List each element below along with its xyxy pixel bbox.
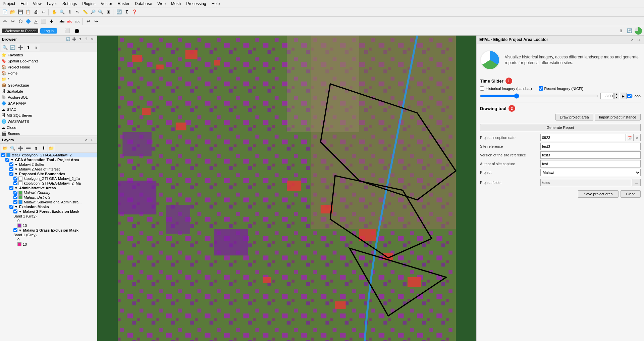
- loop-label[interactable]: Loop: [627, 94, 641, 98]
- menu-edit[interactable]: Edit: [18, 1, 30, 7]
- project-select[interactable]: Malawi: [540, 169, 641, 176]
- layer-districts-checkbox[interactable]: [13, 195, 17, 199]
- layer-area-of-interest[interactable]: ▼ Malawi 2 Area of Interest: [0, 167, 97, 172]
- browser-refresh2[interactable]: 🔄: [9, 44, 16, 51]
- layer-forest-0[interactable]: 0: [0, 218, 97, 223]
- browser-info[interactable]: ℹ: [32, 44, 40, 51]
- browser-item-saphana[interactable]: 🔷SAP HANA: [0, 100, 97, 106]
- browser-item-favorites[interactable]: ⭐Favorites: [0, 52, 97, 58]
- folder-input[interactable]: [540, 179, 631, 186]
- menu-web[interactable]: Web: [155, 1, 168, 7]
- menu-layer[interactable]: Layer: [44, 1, 60, 7]
- browser-filter[interactable]: 🔍: [1, 44, 9, 51]
- layer-proposed-checkbox[interactable]: [9, 172, 13, 176]
- redo-btn[interactable]: ↪: [92, 18, 100, 25]
- layer-grass-0[interactable]: 0: [0, 237, 97, 242]
- browser-add2[interactable]: ➕: [17, 44, 24, 51]
- slider-up[interactable]: ▲: [614, 93, 619, 96]
- refresh-btn[interactable]: 🔄: [115, 8, 123, 16]
- menu-vector[interactable]: Vector: [98, 1, 115, 7]
- browser-item-wmswmts[interactable]: 🌐WMS/WMTS: [0, 118, 97, 125]
- open-project-btn[interactable]: 📂: [9, 8, 16, 16]
- edit-tool4[interactable]: 🔷: [24, 18, 32, 25]
- generate-report-btn[interactable]: Generate Report: [480, 124, 641, 131]
- author-input[interactable]: [540, 160, 641, 167]
- help-btn2[interactable]: ❓: [131, 8, 138, 16]
- edit-pencil-btn[interactable]: ✏: [1, 18, 9, 25]
- draw-project-area-btn[interactable]: Draw project area: [555, 114, 593, 120]
- layers-group-btn[interactable]: 📁: [48, 144, 55, 152]
- layer-exclusion-checkbox[interactable]: [9, 205, 13, 209]
- recent-imagery-checkbox[interactable]: [539, 86, 543, 91]
- browser-item-bookmarks[interactable]: 🔖Spatial Bookmarks: [0, 58, 97, 64]
- layer-ktpoly1[interactable]: ktpolygon_GTI-GEA-Malawi_2_□a: [0, 176, 97, 181]
- measure-btn[interactable]: 📏: [82, 8, 89, 16]
- label-tool[interactable]: abc: [58, 18, 66, 25]
- print-btn[interactable]: 🖨: [32, 8, 40, 16]
- label-tool2[interactable]: abc: [66, 18, 73, 25]
- inception-date-clear[interactable]: ✕: [633, 134, 641, 141]
- layer-forest-band[interactable]: Band 1 (Gray): [0, 214, 97, 218]
- edit-tool2[interactable]: ✂: [9, 18, 16, 25]
- planet-tool2[interactable]: ⬤: [73, 27, 80, 35]
- layers-maximize[interactable]: □: [90, 137, 95, 143]
- layer-malawi-country[interactable]: Malawi: Country: [0, 190, 97, 195]
- layer-malawi-buffer[interactable]: ▼ Malawi 2 Buffer: [0, 162, 97, 167]
- inception-date-input[interactable]: [540, 134, 626, 141]
- layers-filter-btn[interactable]: 🔍: [9, 144, 16, 152]
- menu-mesh[interactable]: Mesh: [168, 1, 183, 7]
- layer-grass-band[interactable]: Band 1 (Gray): [0, 233, 97, 237]
- identify-btn[interactable]: ℹ: [66, 8, 73, 16]
- layer-ktpoly2[interactable]: ktpolygon_GTI-GEA-Malawi_2_Ma: [0, 181, 97, 186]
- login-button[interactable]: Log in: [40, 28, 57, 34]
- menu-help[interactable]: Help: [209, 1, 223, 7]
- folder-browse-btn[interactable]: ...: [633, 179, 641, 186]
- save-project-area-btn[interactable]: Save project area: [578, 190, 618, 198]
- browser-item-geopackage[interactable]: 📦GeoPackage: [0, 82, 97, 88]
- layer-gea-group[interactable]: ▼ GEA Aforestation Tool - Project Area: [0, 157, 97, 162]
- version-input[interactable]: [540, 151, 641, 159]
- planet-tool1[interactable]: ⬜: [64, 27, 71, 35]
- historical-imagery-checkbox[interactable]: [480, 86, 484, 91]
- layer-aoi-checkbox[interactable]: [9, 167, 13, 171]
- layers-down-btn[interactable]: ⬇: [40, 144, 47, 152]
- layer-forest-mask[interactable]: ▼ Malawi 2 Forest Exclusion Mask: [0, 209, 97, 214]
- recent-imagery-label[interactable]: Recent Imagery (NICFI): [539, 86, 584, 91]
- info-icon[interactable]: ℹ: [617, 27, 625, 35]
- label-tool3[interactable]: abc: [74, 18, 81, 25]
- save-project-btn[interactable]: 💾: [17, 8, 24, 16]
- layer-grass-checkbox[interactable]: [13, 228, 17, 232]
- browser-item-mssql[interactable]: 🗄MS SQL Server: [0, 112, 97, 118]
- layer-country-checkbox[interactable]: [13, 191, 17, 195]
- save-as-btn[interactable]: 📋: [24, 8, 32, 16]
- edit-tool5[interactable]: △: [32, 18, 40, 25]
- historical-imagery-label[interactable]: Historical Imagery (Landsat): [480, 86, 532, 91]
- inception-date-calendar[interactable]: 📅: [626, 134, 633, 141]
- layer-ktpoly1-checkbox[interactable]: [13, 177, 17, 181]
- map-area[interactable]: [97, 36, 476, 341]
- layer-forest-10[interactable]: 10: [0, 223, 97, 228]
- layer-buffer-checkbox[interactable]: [9, 162, 13, 166]
- layer-admin-checkbox[interactable]: [9, 186, 13, 190]
- browser-item-spatialite[interactable]: 🗄SpatiaLite: [0, 88, 97, 94]
- undo2-btn[interactable]: ↩: [85, 18, 92, 25]
- clear-btn[interactable]: Clear: [621, 190, 641, 198]
- menu-processing[interactable]: Processing: [183, 1, 209, 7]
- layers-add-btn[interactable]: ➕: [17, 144, 24, 152]
- browser-item-postgresql[interactable]: 🐘PostgreSQL: [0, 94, 97, 100]
- site-ref-input[interactable]: [540, 143, 641, 150]
- pan-btn[interactable]: ✋: [51, 8, 58, 16]
- layers-up-btn[interactable]: ⬆: [32, 144, 40, 152]
- epal-close[interactable]: ✕: [630, 37, 635, 42]
- menu-settings[interactable]: Settings: [60, 1, 79, 7]
- edit-tool7[interactable]: ✚: [48, 18, 55, 25]
- menu-view[interactable]: View: [30, 1, 44, 7]
- layer-exclusion-group[interactable]: ▼ Exclusion Masks: [0, 204, 97, 209]
- zoom-btn[interactable]: 🔍: [58, 8, 66, 16]
- layer-malawi-districts[interactable]: Malawi: Districts: [0, 195, 97, 200]
- browser-refresh[interactable]: 🔄: [65, 37, 71, 42]
- edit-tool6[interactable]: ⬜: [40, 18, 47, 25]
- browser-add[interactable]: ➕: [71, 37, 77, 42]
- browser-item-project-home[interactable]: 🏠Project Home: [0, 64, 97, 70]
- time-slider-input[interactable]: [480, 93, 598, 99]
